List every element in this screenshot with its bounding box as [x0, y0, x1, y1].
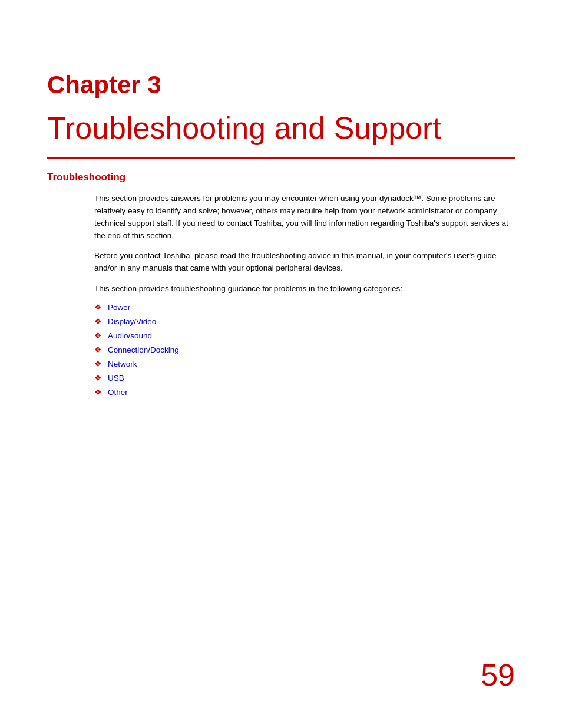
category-link-usb[interactable]: USB — [108, 374, 124, 383]
list-item: ❖ Other — [94, 387, 515, 397]
page: Chapter 3 Troubleshooting and Support Tr… — [0, 0, 562, 728]
category-link-audio[interactable]: Audio/sound — [108, 331, 152, 340]
list-item: ❖ Connection/Docking — [94, 345, 515, 354]
bullet-icon: ❖ — [94, 317, 102, 326]
paragraph-1: This section provides answers for proble… — [94, 193, 515, 242]
list-item: ❖ Network — [94, 359, 515, 368]
bullet-icon: ❖ — [94, 359, 102, 368]
page-number: 59 — [481, 657, 515, 693]
category-link-network[interactable]: Network — [108, 360, 137, 368]
category-link-power[interactable]: Power — [108, 303, 130, 312]
bullet-icon: ❖ — [94, 302, 102, 312]
content-area: This section provides answers for proble… — [47, 193, 515, 397]
bullet-icon: ❖ — [94, 373, 102, 383]
category-link-connection[interactable]: Connection/Docking — [108, 345, 179, 354]
category-link-display[interactable]: Display/Video — [108, 317, 156, 326]
title-divider — [47, 157, 515, 159]
section-heading: Troubleshooting — [47, 172, 515, 183]
chapter-title: Troubleshooting and Support — [47, 111, 515, 146]
list-item: ❖ Display/Video — [94, 317, 515, 326]
paragraph-3: This section provides troubleshooting gu… — [94, 283, 515, 295]
bullet-icon: ❖ — [94, 387, 102, 397]
bullet-icon: ❖ — [94, 331, 102, 340]
chapter-label: Chapter 3 — [47, 71, 515, 99]
paragraph-2: Before you contact Toshiba, please read … — [94, 250, 515, 275]
category-link-other[interactable]: Other — [108, 388, 128, 397]
bullet-icon: ❖ — [94, 345, 102, 354]
category-list: ❖ Power ❖ Display/Video ❖ Audio/sound ❖ … — [94, 302, 515, 397]
list-item: ❖ Audio/sound — [94, 331, 515, 340]
list-item: ❖ USB — [94, 373, 515, 383]
list-item: ❖ Power — [94, 302, 515, 312]
